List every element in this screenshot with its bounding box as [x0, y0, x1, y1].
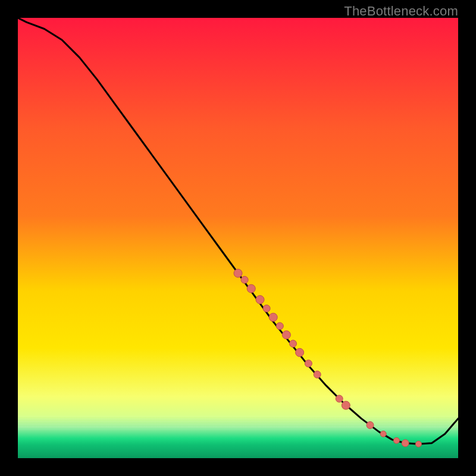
- data-point: [241, 276, 248, 283]
- data-point: [234, 269, 242, 277]
- chart-svg: [18, 18, 458, 458]
- data-point: [393, 437, 399, 443]
- data-point: [247, 284, 255, 293]
- data-point: [367, 422, 374, 429]
- data-point: [305, 360, 312, 367]
- chart-frame: TheBottleneck.com: [0, 0, 476, 476]
- data-point: [415, 441, 421, 447]
- data-point: [263, 305, 270, 312]
- data-point: [402, 440, 409, 447]
- data-point: [380, 431, 386, 437]
- data-point: [336, 395, 343, 402]
- data-point: [314, 371, 321, 378]
- data-point: [342, 401, 350, 409]
- data-point: [290, 340, 297, 347]
- watermark-label: TheBottleneck.com: [344, 4, 458, 19]
- data-point: [296, 348, 304, 356]
- data-point: [256, 296, 264, 304]
- plot-area: [18, 18, 458, 458]
- data-point: [276, 322, 283, 330]
- data-point: [269, 313, 277, 321]
- data-point: [282, 331, 290, 339]
- gradient-background: [18, 18, 458, 458]
